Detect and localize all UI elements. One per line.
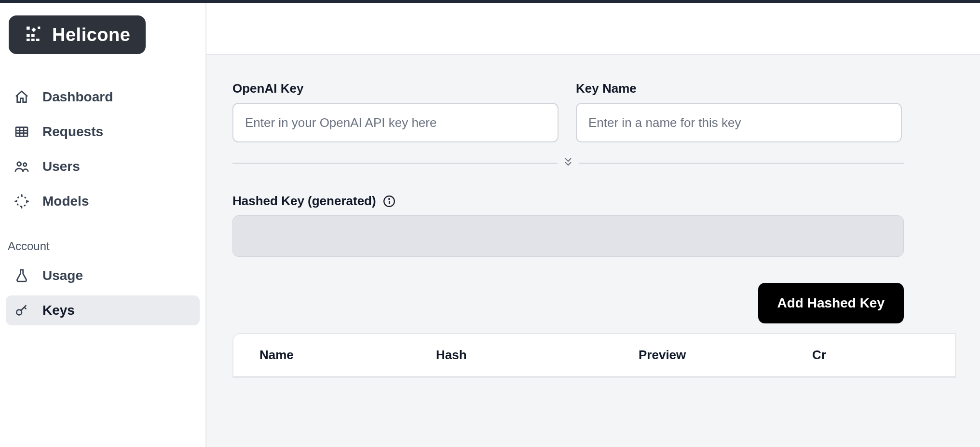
- svg-rect-2: [38, 27, 40, 29]
- app-root: Helicone Dashboard R: [0, 0, 980, 447]
- openai-key-input[interactable]: [232, 103, 558, 142]
- nav-account: Usage Keys: [6, 261, 200, 325]
- table-header-row: Name Hash Preview Cr: [233, 334, 955, 377]
- sidebar-item-keys[interactable]: Keys: [6, 295, 200, 325]
- table-icon: [14, 124, 30, 140]
- sidebar-item-label: Keys: [42, 303, 75, 318]
- col-created: Cr: [812, 334, 955, 377]
- sidebar-item-label: Users: [42, 159, 80, 174]
- sidebar-item-dashboard[interactable]: Dashboard: [6, 82, 200, 112]
- info-icon[interactable]: [383, 195, 395, 208]
- svg-rect-8: [16, 127, 27, 137]
- svg-point-20: [16, 310, 22, 315]
- svg-rect-5: [27, 39, 30, 41]
- main: OpenAI Key Key Name Hashed Key: [206, 3, 980, 447]
- chevron-double-down-icon: [558, 156, 579, 169]
- sidebar-item-users[interactable]: Users: [6, 152, 200, 182]
- brand-logo[interactable]: Helicone: [9, 15, 146, 54]
- brand-name: Helicone: [52, 25, 130, 45]
- field-key-name: Key Name: [576, 81, 902, 142]
- users-icon: [14, 158, 30, 175]
- svg-rect-4: [31, 34, 35, 37]
- svg-rect-1: [31, 28, 36, 32]
- key-name-label: Key Name: [576, 81, 902, 96]
- beaker-icon: [14, 267, 30, 284]
- sidebar-item-label: Usage: [42, 268, 83, 283]
- form-divider: [232, 156, 904, 169]
- sidebar-item-label: Models: [42, 194, 89, 209]
- svg-point-13: [17, 162, 21, 166]
- sidebar-item-usage[interactable]: Usage: [6, 261, 200, 291]
- hashed-key-label: Hashed Key (generated): [232, 194, 376, 209]
- svg-point-23: [389, 198, 390, 199]
- hashed-key-output: [232, 215, 904, 257]
- sidebar-item-models[interactable]: Models: [6, 186, 200, 216]
- models-icon: [14, 193, 30, 210]
- sidebar-item-label: Dashboard: [42, 89, 113, 105]
- openai-key-label: OpenAI Key: [232, 81, 558, 96]
- content: OpenAI Key Key Name Hashed Key: [206, 55, 980, 447]
- keys-table: Name Hash Preview Cr: [232, 333, 956, 378]
- form-row-keys: OpenAI Key Key Name: [232, 81, 980, 142]
- nav-primary: Dashboard Requests: [6, 82, 200, 216]
- key-name-input[interactable]: [576, 103, 902, 142]
- key-icon: [14, 302, 30, 319]
- sidebar: Helicone Dashboard R: [0, 3, 206, 447]
- sidebar-section-label: Account: [6, 221, 200, 256]
- topbar: [206, 3, 980, 55]
- svg-rect-0: [27, 27, 30, 30]
- svg-point-15: [16, 196, 27, 206]
- sidebar-item-label: Requests: [42, 124, 103, 140]
- col-preview: Preview: [639, 334, 812, 377]
- col-name: Name: [233, 334, 436, 377]
- hashed-key-label-row: Hashed Key (generated): [232, 194, 904, 209]
- field-openai-key: OpenAI Key: [232, 81, 558, 142]
- col-hash: Hash: [436, 334, 639, 377]
- svg-rect-3: [27, 34, 30, 37]
- action-row: Add Hashed Key: [232, 283, 904, 323]
- sidebar-item-requests[interactable]: Requests: [6, 117, 200, 147]
- svg-point-14: [23, 163, 27, 167]
- home-icon: [14, 89, 30, 105]
- svg-rect-7: [36, 39, 40, 41]
- svg-rect-6: [31, 39, 35, 41]
- field-hashed-key: Hashed Key (generated): [232, 194, 904, 257]
- helicone-logo-icon: [24, 24, 43, 45]
- add-hashed-key-button[interactable]: Add Hashed Key: [758, 283, 904, 323]
